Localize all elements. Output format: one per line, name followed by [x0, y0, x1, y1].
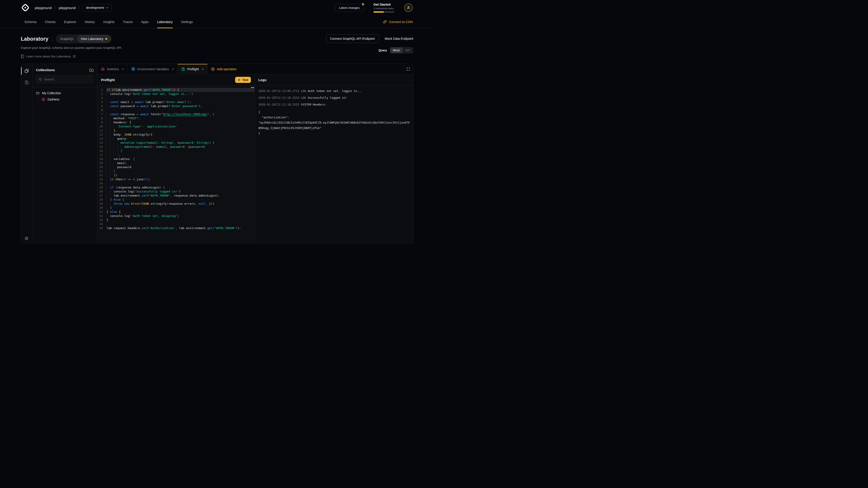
line-number: 31 — [97, 210, 106, 214]
learn-more-label: Learn more about the Laboratory — [26, 55, 71, 58]
code-line-content: query: ` — [106, 137, 254, 141]
indent-guide — [106, 214, 110, 218]
code-line-content: const password = await lab.prompt('Enter… — [106, 104, 254, 108]
line-number: 3 — [97, 96, 106, 100]
globe-icon — [131, 67, 135, 71]
line-number: 23 — [97, 177, 106, 182]
connect-to-cdn-label: Connect to CDN — [389, 20, 413, 24]
nav-tab-traces[interactable]: Traces — [123, 15, 133, 28]
log-entry: 2026-01-26T12:12:09.271Z LOG Auth token … — [258, 89, 409, 93]
nav-tab-laboratory[interactable]: Laboratory — [157, 15, 173, 28]
get-started-widget[interactable]: Get Started 3 remaining tasks — [373, 3, 394, 13]
code-line: 5const password = await lab.prompt('Ente… — [97, 104, 254, 108]
code-line-content — [106, 96, 254, 100]
title-divider — [52, 36, 52, 42]
nav-tab-explorer[interactable]: Explorer — [64, 15, 76, 28]
history-view-button[interactable] — [21, 78, 32, 88]
fullscreen-icon — [406, 67, 410, 71]
collections-search[interactable] — [36, 75, 94, 84]
breadcrumb-project[interactable]: playground — [59, 6, 75, 10]
toggle-option-label: GraphiQL — [60, 37, 74, 41]
query-mode-mock[interactable]: Mock — [390, 47, 403, 53]
nav-tab-history[interactable]: History — [85, 15, 95, 28]
code-line: 35lab.request.headers.set('Authorization… — [97, 226, 254, 230]
nav-tab-schema[interactable]: Schema — [24, 15, 36, 28]
breadcrumb-org[interactable]: playground — [35, 6, 52, 10]
operation-tab-environment-variables[interactable]: Environment Variables× — [128, 64, 178, 74]
sidebar-icon-strip: ⚙ — [21, 64, 32, 244]
user-avatar[interactable] — [404, 3, 413, 12]
breadcrumb-separator: / — [79, 6, 80, 9]
code-line: 13query: ` — [97, 137, 254, 141]
toggle-option-hive-laboratory[interactable]: Hive Laboratory — [77, 35, 111, 42]
collections-view-button[interactable] — [21, 66, 32, 76]
close-icon[interactable]: × — [122, 67, 124, 71]
collection-folder[interactable]: My Collection — [36, 91, 94, 95]
code-line-content: }) — [106, 173, 254, 177]
mock-data-endpoint-button[interactable]: Mock Data Endpoint — [385, 37, 413, 40]
line-number: 7 — [97, 112, 106, 116]
code-line-content: } — [106, 149, 254, 153]
line-number: 29 — [97, 202, 106, 206]
toggle-option-graphiql[interactable]: GraphiQL — [57, 35, 77, 42]
learn-more-link[interactable]: Learn more about the Laboratory — [21, 55, 122, 58]
indent-guide — [114, 165, 117, 169]
operation-tab-label: Preflight — [187, 67, 199, 71]
logs-pane-title: Logs — [258, 78, 267, 82]
operation-tab-preflight[interactable]: Preflight× — [178, 64, 208, 74]
indent-guide — [106, 194, 110, 198]
new-collection-folder-plus-icon[interactable] — [89, 68, 94, 72]
line-number: 2 — [97, 92, 106, 96]
nav-tab-settings[interactable]: Settings — [181, 15, 193, 28]
indent-guide — [106, 190, 110, 194]
code-line: 14mutation Login($email: String!, $passw… — [97, 141, 254, 145]
preflight-test-button[interactable]: Test — [235, 77, 251, 83]
add-operation-button[interactable]: Add operation — [208, 64, 240, 74]
settings-gear-icon[interactable]: ⚙ — [25, 236, 29, 241]
close-icon[interactable]: × — [172, 67, 174, 71]
code-line-content: 'Content-Type': 'application/json' — [106, 125, 254, 129]
latest-changes-button[interactable]: Latest changes — [335, 4, 364, 12]
line-number: 30 — [97, 206, 106, 210]
operation-tab-label: GetHero — [107, 67, 119, 71]
page-heading: Laboratory GraphiQLHive Laboratory Explo… — [0, 29, 434, 58]
collection-item-gethero[interactable]: GetHero — [41, 96, 94, 103]
nav-tab-insights[interactable]: Insights — [103, 15, 115, 28]
line-number: 10 — [97, 125, 106, 129]
code-line-content: const email = await lab.prompt('Enter em… — [106, 100, 254, 104]
indent-guide — [106, 173, 110, 177]
code-line: 22}) — [97, 173, 254, 177]
target-selector[interactable]: development — [83, 4, 112, 11]
query-mode-api[interactable]: API — [403, 47, 413, 53]
top-bar-right: Latest changes Get Started 3 remaining t… — [335, 3, 413, 13]
project-nav: SchemaChecksExplorerHistoryInsightsTrace… — [0, 15, 434, 29]
indent-guide — [114, 149, 117, 153]
search-input[interactable] — [44, 78, 91, 81]
code-line: 33} — [97, 218, 254, 222]
code-line: 4const email = await lab.prompt('Enter e… — [97, 100, 254, 104]
close-icon[interactable]: × — [202, 67, 204, 71]
scrollbar-thumb[interactable] — [251, 87, 254, 88]
line-number: 20 — [97, 165, 106, 169]
hive-logo-icon[interactable] — [21, 3, 30, 12]
nav-tab-apps[interactable]: Apps — [141, 15, 149, 28]
operation-tabs: GetHero×Environment Variables×Preflight× — [97, 64, 208, 74]
code-line: 11}, — [97, 129, 254, 133]
operation-tab-gethero[interactable]: GetHero× — [97, 64, 128, 74]
log-timestamp: 2026-01-26T12:12:18.333Z — [258, 96, 301, 99]
log-entry: 2026-01-26T12:12:18.333Z SYSTEM Headers: — [258, 103, 409, 107]
get-started-title: Get Started — [373, 3, 394, 6]
log-timestamp: 2026-01-26T12:12:18.333Z — [258, 103, 301, 106]
connect-graphql-endpoint-button[interactable]: Connect GraphQL API Endpoint — [326, 34, 379, 43]
fullscreen-button[interactable] — [403, 64, 413, 74]
preflight-code-editor[interactable]: 1if (!lab.environment.get("AUTH_TOKEN"))… — [97, 86, 254, 244]
graphql-icon — [41, 98, 45, 101]
code-line: 27lab.environment.set("AUTH_TOKEN", resp… — [97, 194, 254, 198]
code-line-content: mutation Login($email: String!, $passwor… — [106, 141, 254, 145]
nav-tab-checks[interactable]: Checks — [45, 15, 56, 28]
target-selector-value: development — [86, 6, 104, 9]
connect-to-cdn-link[interactable]: Connect to CDN — [383, 15, 413, 28]
editor-mode-toggle: GraphiQLHive Laboratory — [56, 34, 112, 43]
indent-guide — [110, 137, 114, 141]
indent-guide — [110, 157, 114, 161]
